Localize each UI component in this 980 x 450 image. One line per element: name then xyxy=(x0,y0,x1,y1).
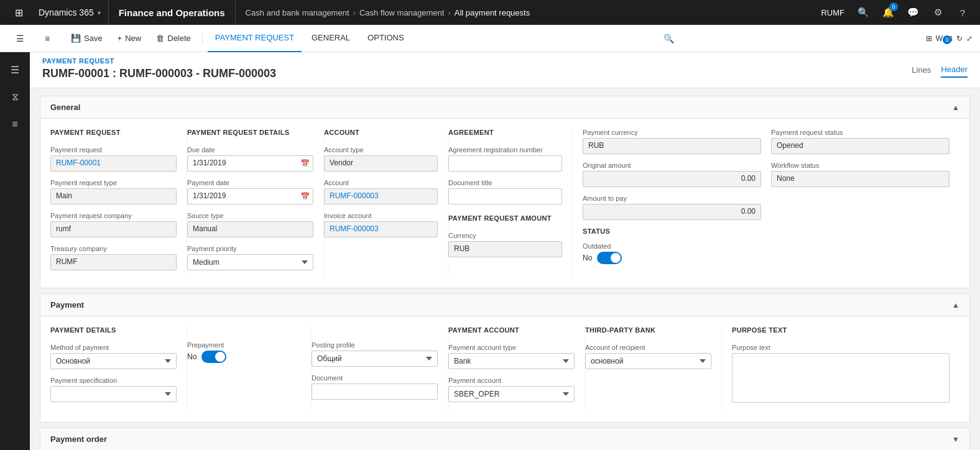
prepayment-toggle[interactable] xyxy=(201,351,226,363)
agreement-reg-num-value[interactable] xyxy=(448,155,562,172)
general-toggle-icon: ▲ xyxy=(952,103,959,112)
general-section: General ▲ PAYMENT REQUEST Payment reques… xyxy=(40,96,970,288)
account-of-recipient-label: Account of recipient xyxy=(585,344,711,351)
payment-request-type-value: Main xyxy=(50,188,177,204)
notification-badge: 0 xyxy=(889,2,898,11)
payment-order-section-header[interactable]: Payment order ▼ xyxy=(40,428,969,450)
tab-general[interactable]: GENERAL xyxy=(304,25,358,52)
payment-request-company-value: rumf xyxy=(50,221,177,237)
general-section-header[interactable]: General ▲ xyxy=(40,96,969,119)
invoice-account-label: Invoice account xyxy=(324,212,438,219)
cmd-search-icon[interactable]: 🔍 xyxy=(659,29,678,48)
word-icon[interactable]: W xyxy=(936,34,943,43)
payment-priority-label: Payment priority xyxy=(187,245,313,252)
payment-specification-label: Payment specification xyxy=(50,377,177,384)
method-of-payment-select[interactable]: Основной xyxy=(50,353,177,369)
prepayment-toggle-label: No xyxy=(187,352,196,361)
treasury-company-value: RUMF xyxy=(50,254,177,270)
delete-icon: 🗑 xyxy=(156,34,164,43)
account-type-value: Vendor xyxy=(324,155,438,172)
payment-request-type-field: Payment request type Main xyxy=(50,179,177,204)
purpose-text-input[interactable] xyxy=(732,353,950,403)
sidebar-filter-icon[interactable]: ⧖ xyxy=(2,85,27,109)
sidebar-toggle-icon[interactable]: ☰ xyxy=(7,26,32,51)
original-amount-label: Original amount xyxy=(583,162,761,169)
due-date-field: Due date 1/31/2019 📅 xyxy=(187,146,313,172)
breadcrumb-item-1[interactable]: Cash and bank management xyxy=(246,8,349,17)
prepayment-label: Prepayment xyxy=(187,341,301,349)
payment-specification-select[interactable] xyxy=(50,386,177,402)
posting-profile-select[interactable]: Общий xyxy=(312,351,438,367)
due-date-calendar-icon[interactable]: 📅 xyxy=(300,159,310,168)
account-of-recipient-select[interactable]: основной xyxy=(585,353,711,369)
sidebar-home-icon[interactable]: ☰ xyxy=(2,57,27,82)
page-tab-header[interactable]: Header xyxy=(941,62,968,78)
account-type-field: Account type Vendor xyxy=(324,146,438,172)
notification-icon[interactable]: 🔔 0 xyxy=(877,1,899,24)
grid-menu-icon[interactable]: ⊞ xyxy=(6,0,31,25)
refresh-icon[interactable]: ↻ xyxy=(956,34,963,43)
search-nav-icon[interactable]: 🔍 xyxy=(852,1,874,24)
method-of-payment-field: Method of payment Основной xyxy=(50,344,177,369)
sidebar-list-icon[interactable]: ≡ xyxy=(2,112,27,137)
help-icon[interactable]: ? xyxy=(951,1,974,24)
account-col-header: ACCOUNT xyxy=(324,129,438,139)
new-icon: + xyxy=(118,34,122,43)
save-button[interactable]: 💾 Save xyxy=(65,29,109,48)
payment-request-amount-header: PAYMENT REQUEST AMOUNT xyxy=(448,214,562,224)
payment-priority-select[interactable]: Low Medium High xyxy=(187,254,313,270)
page-tab-lines[interactable]: Lines xyxy=(912,63,931,77)
tab-payment-request[interactable]: PAYMENT REQUEST xyxy=(208,25,302,52)
payment-request-label: Payment request xyxy=(50,146,177,154)
prepayment-toggle-wrap: No xyxy=(187,351,301,363)
settings-nav-icon[interactable]: ⚙ xyxy=(927,1,949,24)
payment-request-amount-section: PAYMENT REQUEST AMOUNT Currency RUB xyxy=(448,214,562,257)
apps-badge: 0 xyxy=(943,35,951,44)
payment-request-value[interactable]: RUMF-00001 xyxy=(50,155,177,172)
invoice-account-value[interactable]: RUMF-000003 xyxy=(324,221,438,237)
outdated-toggle[interactable] xyxy=(597,252,622,264)
payment-date-calendar-icon[interactable]: 📅 xyxy=(300,192,310,201)
payment-section-header[interactable]: Payment ▲ xyxy=(40,294,969,316)
grid-view-icon[interactable]: ⊞ xyxy=(926,34,932,43)
workflow-status-value: None xyxy=(771,171,950,187)
chat-icon[interactable]: 💬 xyxy=(902,1,924,24)
account-type-label: Account type xyxy=(324,146,438,154)
document-title-value[interactable] xyxy=(448,188,562,204)
document-title-field: Document title xyxy=(448,179,562,204)
payment-date-value[interactable]: 1/31/2019 xyxy=(187,188,313,204)
fullscreen-icon[interactable]: ⤢ xyxy=(966,34,973,43)
payment-details-header: PAYMENT DETAILS xyxy=(50,326,177,336)
apps-icon[interactable]: ⊡ 0 xyxy=(946,34,953,43)
general-form-columns: PAYMENT REQUEST Payment request RUMF-000… xyxy=(50,129,959,278)
filter-icon[interactable]: ≡ xyxy=(35,26,60,51)
app-name-section[interactable]: Dynamics 365 ▾ xyxy=(31,0,109,25)
delete-button[interactable]: 🗑 Delete xyxy=(150,29,197,48)
payment-date-wrap: 1/31/2019 📅 xyxy=(187,188,313,204)
payment-account-select[interactable]: SBER_OPER xyxy=(448,386,575,402)
outdated-toggle-label: No xyxy=(583,254,592,262)
payment-currency-label: Payment currency xyxy=(583,129,761,136)
new-button[interactable]: + New xyxy=(111,29,148,48)
payment-section: Payment ▲ PAYMENT DETAILS Method of paym… xyxy=(40,293,970,423)
payment-title: Payment xyxy=(50,300,84,310)
payment-account-type-label: Payment account type xyxy=(448,344,575,351)
account-value[interactable]: RUMF-000003 xyxy=(324,188,438,204)
module-name: Finance and Operations xyxy=(109,0,236,25)
command-bar: ☰ ≡ 💾 Save + New 🗑 Delete PAYMENT REQUES… xyxy=(0,25,980,52)
payment-section-content: PAYMENT DETAILS Method of payment Основн… xyxy=(40,316,969,422)
page-header: PAYMENT REQUEST RUMF-00001 : RUMF-000003… xyxy=(30,52,980,88)
account-field: Account RUMF-000003 xyxy=(324,179,438,204)
payment-account-type-select[interactable]: Bank xyxy=(448,353,575,369)
top-navigation: ⊞ Dynamics 365 ▾ Finance and Operations … xyxy=(0,0,980,25)
breadcrumb-item-2[interactable]: Cash flow management xyxy=(359,8,445,17)
tab-options[interactable]: OPTIONS xyxy=(360,25,412,52)
account-column: ACCOUNT Account type Vendor Account RUMF… xyxy=(324,129,448,278)
document-label: Document xyxy=(312,374,438,382)
breadcrumb-item-3[interactable]: All payment requests xyxy=(455,8,530,17)
account-of-recipient-field: Account of recipient основной xyxy=(585,344,711,369)
document-value[interactable] xyxy=(312,383,438,400)
treasury-company-label: Treasury company xyxy=(50,245,177,252)
outdated-label: Outdated xyxy=(583,242,761,250)
due-date-value[interactable]: 1/31/2019 xyxy=(187,155,313,172)
